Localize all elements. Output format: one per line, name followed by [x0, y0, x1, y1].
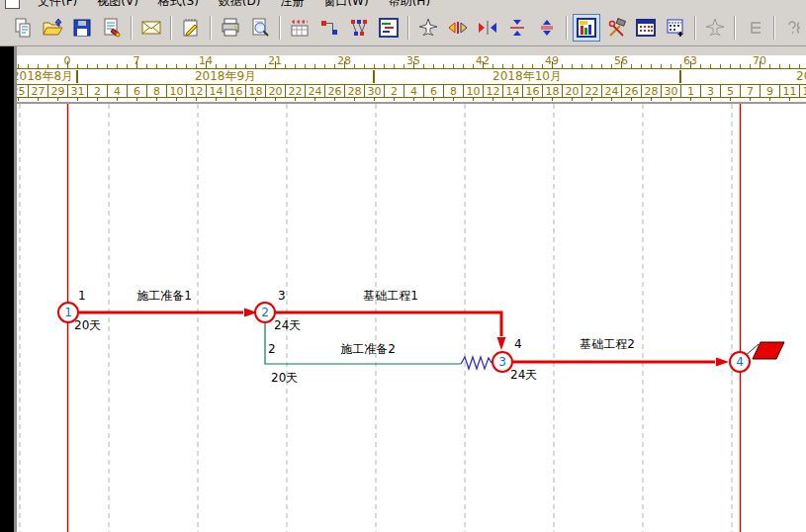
- timescale-ruler: 07142128354249566370 2018年8月2018年9月2018年…: [0, 55, 806, 102]
- network-diagram[interactable]: 1施工准备120天3基础工程124天2施工准备220天4基础工程224天1234: [0, 104, 806, 532]
- scale-major-tick: [690, 61, 691, 68]
- day-cell: 13: [799, 85, 806, 98]
- free-float-zigzag: [461, 357, 492, 369]
- print-preview-button[interactable]: [246, 14, 274, 42]
- month-cell: 2018年10月: [374, 70, 680, 83]
- month-cell: 2018年9月: [77, 70, 374, 83]
- node-4[interactable]: 4: [730, 352, 750, 372]
- bar-chart-button[interactable]: [573, 14, 600, 42]
- calendar-button[interactable]: [632, 14, 660, 42]
- node-2[interactable]: 2: [255, 303, 275, 322]
- day-tick: [394, 98, 395, 101]
- activity-基础工程2[interactable]: 4基础工程224天: [510, 337, 729, 382]
- bar-chart-icon: [576, 17, 597, 39]
- expand-vertical-icon: [536, 17, 558, 39]
- scale-major-tick: [136, 61, 137, 68]
- activity-施工准备2[interactable]: 2施工准备220天: [265, 323, 492, 385]
- day-tick: [18, 98, 19, 101]
- airplane-disabled-icon: [704, 17, 726, 39]
- tools-button[interactable]: [602, 14, 630, 42]
- day-tick: [473, 98, 474, 101]
- menu-item-file[interactable]: 文件(F): [28, 0, 87, 8]
- gantt-frame-button[interactable]: [375, 14, 403, 42]
- day-cell: 31: [67, 85, 88, 98]
- save-as-icon: [101, 17, 123, 39]
- ruler-day-row: 2527293124681012141618202224262830246810…: [0, 85, 806, 102]
- day-tick: [453, 98, 454, 101]
- day-tick: [789, 98, 790, 101]
- toolbar-separator: [407, 16, 409, 40]
- save-button[interactable]: [68, 14, 96, 42]
- menu-items: 文件(F)视图(V)格式(S)数据(D)注册窗口(W)帮助(H): [28, 0, 440, 10]
- activity-name: 施工准备1: [136, 289, 192, 303]
- activity-基础工程1[interactable]: 3基础工程124天: [274, 289, 506, 350]
- critical-arrow-line[interactable]: [276, 312, 501, 336]
- calendar-add-button[interactable]: [662, 14, 689, 42]
- day-tick: [493, 98, 493, 101]
- timescale-button[interactable]: [286, 14, 313, 42]
- day-tick: [710, 98, 711, 101]
- menu-item-data[interactable]: 数据(D): [209, 0, 271, 8]
- expand-horizontal-icon: [447, 17, 469, 39]
- toolbar-separator: [210, 16, 212, 40]
- day-cell: 8: [146, 85, 167, 98]
- day-tick: [334, 98, 335, 101]
- link-nodes-button[interactable]: [315, 14, 343, 42]
- node-1[interactable]: 1: [58, 303, 78, 322]
- notepad-pencil-icon: [180, 17, 202, 39]
- activity-code: 1: [78, 289, 86, 303]
- diagram-canvas[interactable]: 1施工准备120天3基础工程124天2施工准备220天4基础工程224天1234: [0, 102, 806, 532]
- node-3[interactable]: 3: [493, 352, 512, 372]
- out-of-page-strip: [0, 46, 17, 532]
- menu-item-help[interactable]: 帮助(H): [379, 0, 440, 8]
- network-nodes-icon: [348, 17, 370, 39]
- toolbar-separator: [734, 16, 736, 40]
- scale-major-tick: [552, 61, 553, 68]
- levels-disabled-icon: [744, 17, 765, 39]
- calendar-icon: [635, 17, 657, 39]
- day-cell: 30: [364, 85, 385, 98]
- mail-button[interactable]: [137, 14, 165, 42]
- day-cell: 4: [403, 85, 424, 98]
- node-number: 4: [736, 355, 744, 369]
- collapse-vertical-button[interactable]: [503, 14, 531, 42]
- expand-horizontal-button[interactable]: [444, 14, 472, 42]
- open-button[interactable]: [39, 14, 66, 42]
- copy-button[interactable]: [9, 14, 37, 42]
- activity-code: 2: [268, 342, 276, 356]
- save-as-button[interactable]: [98, 14, 126, 42]
- activity-施工准备1[interactable]: 1施工准备120天: [74, 289, 257, 332]
- day-cell: 6: [127, 85, 147, 98]
- collapse-horizontal-button[interactable]: [474, 14, 501, 42]
- network-button[interactable]: [345, 14, 373, 42]
- menu-item-format[interactable]: 格式(S): [148, 0, 209, 8]
- day-tick: [275, 98, 276, 101]
- day-tick: [77, 98, 78, 101]
- activity-code: 3: [278, 289, 286, 303]
- fit-plane-disabled-button: [701, 14, 729, 42]
- link-nodes-icon: [318, 17, 340, 39]
- day-tick: [413, 98, 414, 101]
- day-tick: [295, 98, 296, 101]
- day-cell: 18: [245, 85, 266, 98]
- toolbar-separator: [773, 16, 775, 40]
- arrow-head: [716, 358, 729, 367]
- collapse-vertical-icon: [506, 17, 528, 39]
- day-tick: [611, 98, 612, 101]
- day-cell: 27: [28, 85, 48, 98]
- day-cell: 20: [265, 85, 286, 98]
- levels-disabled-button: [741, 14, 768, 42]
- menu-item-window[interactable]: 窗口(W): [313, 0, 378, 8]
- menu-item-register[interactable]: 注册: [270, 0, 313, 8]
- activity-name: 施工准备2: [340, 342, 396, 356]
- expand-vertical-button[interactable]: [533, 14, 561, 42]
- activity-duration: 20天: [74, 318, 101, 332]
- print-button[interactable]: [217, 14, 244, 42]
- day-cell: 11: [779, 85, 800, 98]
- fit-plane-button[interactable]: [414, 14, 442, 42]
- edit-button[interactable]: [177, 14, 205, 42]
- activity-code: 4: [514, 337, 522, 351]
- menu-item-view[interactable]: 视图(V): [87, 0, 148, 8]
- toolbar-separator: [566, 16, 568, 40]
- ruler-scale-row: 07142128354249566370: [0, 55, 806, 69]
